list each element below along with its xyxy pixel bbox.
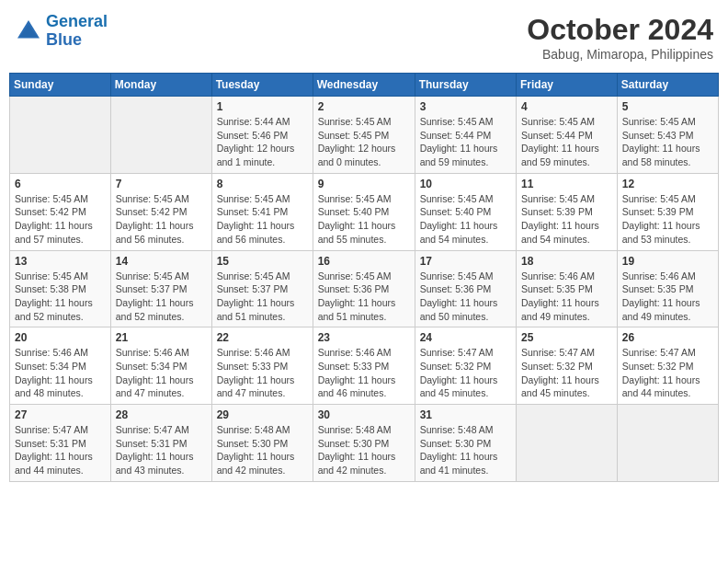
day-number: 21 — [116, 331, 207, 344]
day-number: 2 — [318, 100, 410, 113]
day-number: 26 — [622, 331, 713, 344]
table-row: 22Sunrise: 5:46 AMSunset: 5:33 PMDayligh… — [211, 327, 313, 405]
day-info: Sunrise: 5:45 AMSunset: 5:42 PMDaylight:… — [15, 192, 106, 247]
table-row: 7Sunrise: 5:45 AMSunset: 5:42 PMDaylight… — [110, 173, 211, 250]
table-row — [10, 97, 111, 174]
page-header: General Blue October 2024 Babug, Mimarop… — [9, 9, 719, 65]
main-title: October 2024 — [527, 13, 713, 47]
calendar-week-row: 27Sunrise: 5:47 AMSunset: 5:31 PMDayligh… — [10, 405, 719, 482]
table-row — [617, 405, 718, 482]
table-row: 27Sunrise: 5:47 AMSunset: 5:31 PMDayligh… — [10, 405, 111, 482]
day-info: Sunrise: 5:45 AMSunset: 5:40 PMDaylight:… — [420, 192, 511, 247]
day-info: Sunrise: 5:47 AMSunset: 5:32 PMDaylight:… — [420, 346, 511, 400]
day-number: 6 — [15, 178, 106, 190]
day-number: 30 — [318, 408, 410, 421]
day-info: Sunrise: 5:47 AMSunset: 5:31 PMDaylight:… — [116, 423, 207, 477]
table-row: 30Sunrise: 5:48 AMSunset: 5:30 PMDayligh… — [313, 405, 415, 482]
day-number: 22 — [217, 331, 308, 344]
header-saturday: Saturday — [617, 74, 718, 97]
day-number: 31 — [420, 408, 511, 421]
table-row: 24Sunrise: 5:47 AMSunset: 5:32 PMDayligh… — [415, 327, 516, 405]
table-row: 28Sunrise: 5:47 AMSunset: 5:31 PMDayligh… — [110, 405, 211, 482]
calendar-week-row: 20Sunrise: 5:46 AMSunset: 5:34 PMDayligh… — [10, 327, 719, 405]
calendar-table: Sunday Monday Tuesday Wednesday Thursday… — [9, 73, 719, 482]
table-row: 14Sunrise: 5:45 AMSunset: 5:37 PMDayligh… — [110, 250, 211, 327]
day-info: Sunrise: 5:45 AMSunset: 5:36 PMDaylight:… — [318, 270, 410, 324]
table-row: 5Sunrise: 5:45 AMSunset: 5:43 PMDaylight… — [617, 97, 718, 174]
day-info: Sunrise: 5:46 AMSunset: 5:33 PMDaylight:… — [217, 346, 308, 400]
calendar-week-row: 13Sunrise: 5:45 AMSunset: 5:38 PMDayligh… — [10, 250, 719, 327]
calendar-week-row: 6Sunrise: 5:45 AMSunset: 5:42 PMDaylight… — [10, 173, 719, 250]
table-row: 26Sunrise: 5:47 AMSunset: 5:32 PMDayligh… — [617, 327, 718, 405]
day-info: Sunrise: 5:46 AMSunset: 5:35 PMDaylight:… — [622, 270, 713, 324]
table-row: 13Sunrise: 5:45 AMSunset: 5:38 PMDayligh… — [10, 250, 111, 327]
day-number: 17 — [420, 255, 511, 268]
day-info: Sunrise: 5:45 AMSunset: 5:41 PMDaylight:… — [217, 192, 308, 247]
logo: General Blue — [15, 13, 108, 50]
day-number: 7 — [116, 178, 207, 190]
table-row: 15Sunrise: 5:45 AMSunset: 5:37 PMDayligh… — [211, 250, 313, 327]
day-info: Sunrise: 5:45 AMSunset: 5:45 PMDaylight:… — [318, 115, 410, 169]
calendar-week-row: 1Sunrise: 5:44 AMSunset: 5:46 PMDaylight… — [10, 97, 719, 174]
day-info: Sunrise: 5:46 AMSunset: 5:33 PMDaylight:… — [318, 346, 410, 400]
subtitle: Babug, Mimaropa, Philippines — [527, 47, 713, 62]
table-row: 4Sunrise: 5:45 AMSunset: 5:44 PMDaylight… — [517, 97, 618, 174]
day-number: 9 — [318, 178, 410, 190]
day-info: Sunrise: 5:48 AMSunset: 5:30 PMDaylight:… — [318, 423, 410, 477]
day-number: 19 — [622, 255, 713, 268]
table-row: 12Sunrise: 5:45 AMSunset: 5:39 PMDayligh… — [617, 173, 718, 250]
table-row: 20Sunrise: 5:46 AMSunset: 5:34 PMDayligh… — [10, 327, 111, 405]
day-info: Sunrise: 5:45 AMSunset: 5:43 PMDaylight:… — [622, 115, 713, 169]
day-info: Sunrise: 5:48 AMSunset: 5:30 PMDaylight:… — [217, 423, 308, 477]
table-row: 9Sunrise: 5:45 AMSunset: 5:40 PMDaylight… — [313, 173, 415, 250]
day-number: 14 — [116, 255, 207, 268]
logo-text: General Blue — [46, 13, 108, 50]
day-number: 29 — [217, 408, 308, 421]
day-info: Sunrise: 5:45 AMSunset: 5:37 PMDaylight:… — [116, 270, 207, 324]
day-info: Sunrise: 5:45 AMSunset: 5:39 PMDaylight:… — [622, 192, 713, 247]
table-row: 18Sunrise: 5:46 AMSunset: 5:35 PMDayligh… — [517, 250, 618, 327]
table-row: 29Sunrise: 5:48 AMSunset: 5:30 PMDayligh… — [211, 405, 313, 482]
day-number: 11 — [521, 178, 612, 190]
table-row: 16Sunrise: 5:45 AMSunset: 5:36 PMDayligh… — [313, 250, 415, 327]
logo-general: General — [46, 12, 108, 30]
table-row: 21Sunrise: 5:46 AMSunset: 5:34 PMDayligh… — [110, 327, 211, 405]
day-info: Sunrise: 5:45 AMSunset: 5:38 PMDaylight:… — [15, 270, 106, 324]
header-sunday: Sunday — [10, 74, 111, 97]
day-number: 13 — [15, 255, 106, 268]
table-row: 2Sunrise: 5:45 AMSunset: 5:45 PMDaylight… — [313, 97, 415, 174]
day-number: 28 — [116, 408, 207, 421]
day-number: 23 — [318, 331, 410, 344]
day-number: 10 — [420, 178, 511, 190]
day-number: 25 — [521, 331, 612, 344]
day-number: 12 — [622, 178, 713, 190]
day-info: Sunrise: 5:45 AMSunset: 5:40 PMDaylight:… — [318, 192, 410, 247]
table-row: 11Sunrise: 5:45 AMSunset: 5:39 PMDayligh… — [517, 173, 618, 250]
day-number: 4 — [521, 100, 612, 113]
day-info: Sunrise: 5:45 AMSunset: 5:36 PMDaylight:… — [420, 270, 511, 324]
table-row: 6Sunrise: 5:45 AMSunset: 5:42 PMDaylight… — [10, 173, 111, 250]
table-row: 19Sunrise: 5:46 AMSunset: 5:35 PMDayligh… — [617, 250, 718, 327]
table-row: 1Sunrise: 5:44 AMSunset: 5:46 PMDaylight… — [211, 97, 313, 174]
day-number: 27 — [15, 408, 106, 421]
logo-icon — [15, 17, 42, 45]
header-thursday: Thursday — [415, 74, 516, 97]
day-number: 3 — [420, 100, 511, 113]
table-row: 23Sunrise: 5:46 AMSunset: 5:33 PMDayligh… — [313, 327, 415, 405]
table-row — [110, 97, 211, 174]
table-row: 8Sunrise: 5:45 AMSunset: 5:41 PMDaylight… — [211, 173, 313, 250]
table-row: 3Sunrise: 5:45 AMSunset: 5:44 PMDaylight… — [415, 97, 516, 174]
table-row: 25Sunrise: 5:47 AMSunset: 5:32 PMDayligh… — [517, 327, 618, 405]
day-number: 1 — [217, 100, 308, 113]
day-info: Sunrise: 5:45 AMSunset: 5:39 PMDaylight:… — [521, 192, 612, 247]
table-row: 31Sunrise: 5:48 AMSunset: 5:30 PMDayligh… — [415, 405, 516, 482]
day-info: Sunrise: 5:47 AMSunset: 5:32 PMDaylight:… — [521, 346, 612, 400]
day-number: 5 — [622, 100, 713, 113]
day-number: 15 — [217, 255, 308, 268]
day-info: Sunrise: 5:45 AMSunset: 5:37 PMDaylight:… — [217, 270, 308, 324]
header-tuesday: Tuesday — [211, 74, 313, 97]
calendar-header-row: Sunday Monday Tuesday Wednesday Thursday… — [10, 74, 719, 97]
day-number: 20 — [15, 331, 106, 344]
header-monday: Monday — [110, 74, 211, 97]
day-info: Sunrise: 5:45 AMSunset: 5:42 PMDaylight:… — [116, 192, 207, 247]
